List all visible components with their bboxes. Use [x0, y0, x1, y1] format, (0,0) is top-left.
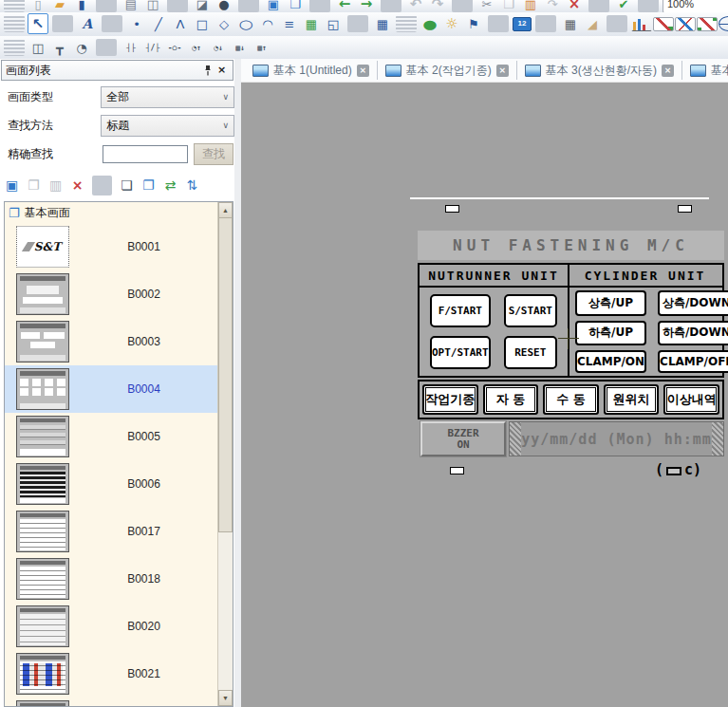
- bar-graph-tool[interactable]: [631, 17, 652, 31]
- gauge-up-icon[interactable]: ◔↑: [186, 37, 207, 58]
- open-folder-icon[interactable]: ▰: [49, 0, 70, 13]
- scrollbar-thumb[interactable]: [218, 217, 233, 532]
- document-tab[interactable]: 基本 1(Untitled) ×: [245, 61, 377, 80]
- datetime-display[interactable]: yy/mm/dd (Mon) hh:mm: [509, 421, 724, 456]
- list-scrollbar[interactable]: ▲ ▼: [217, 202, 233, 706]
- coil-icon[interactable]: -○-: [164, 37, 185, 58]
- zoom-combobox[interactable]: 100%: [663, 0, 728, 13]
- hmi-button[interactable]: S/START: [504, 294, 557, 327]
- screen-list-item[interactable]: S&T B0001: [5, 223, 218, 270]
- design-line[interactable]: [410, 197, 709, 199]
- document-tab[interactable]: 基本 2(작업기종) ×: [377, 61, 516, 80]
- nutrunner-unit-header[interactable]: NUTRUNNER UNIT: [420, 265, 568, 286]
- moving-graph-tool[interactable]: [697, 17, 718, 31]
- copy-icon[interactable]: ❐: [498, 0, 519, 13]
- new-doc-icon[interactable]: ▯: [28, 0, 48, 13]
- word-down-icon[interactable]: ▦↓: [230, 37, 251, 58]
- line-tool[interactable]: ╱: [148, 13, 169, 34]
- hmi-button[interactable]: 하측/DOWN: [658, 321, 728, 346]
- next-screen-icon[interactable]: →: [356, 0, 377, 13]
- print-preview-icon[interactable]: ◫: [142, 0, 163, 13]
- gauge-down-icon[interactable]: ◔↓: [208, 37, 229, 58]
- tab-close-icon[interactable]: ×: [496, 65, 509, 77]
- exact-search-input[interactable]: [103, 145, 188, 163]
- doc-flag-icon[interactable]: ◪: [192, 0, 213, 13]
- document-tab[interactable]: 基本 3(생산현황/자동) ×: [516, 61, 681, 80]
- hmi-mode-button[interactable]: 이상내역: [663, 384, 719, 415]
- screen-type-select[interactable]: 全部 ∨: [101, 86, 234, 108]
- line-graph-tool[interactable]: [653, 17, 674, 31]
- screen-list-item[interactable]: B0020: [5, 603, 218, 650]
- cut-icon[interactable]: ✂: [476, 0, 497, 13]
- screen-blue-icon[interactable]: ▣: [263, 0, 284, 13]
- bzzer-on-button[interactable]: BZZER ON: [420, 421, 506, 456]
- screen-list-item[interactable]: B0018: [5, 555, 218, 603]
- prev-screen-icon[interactable]: ←: [334, 0, 355, 13]
- arc-tool[interactable]: ◠: [257, 13, 278, 34]
- scroll-up-icon[interactable]: ▲: [218, 202, 233, 218]
- select-tool[interactable]: ↖: [28, 13, 48, 34]
- design-canvas[interactable]: NUT FASTENING M/C NUTRUNNER UNIT CYLINDE…: [241, 82, 728, 707]
- hmi-mode-button[interactable]: 수 동: [543, 384, 599, 415]
- screen-list-item[interactable]: B0003: [5, 318, 218, 365]
- print-icon[interactable]: ▤: [121, 0, 141, 13]
- screen-list-item[interactable]: B0006: [5, 460, 218, 508]
- target-tool[interactable]: [719, 16, 728, 31]
- date-part-tool[interactable]: 12: [513, 17, 532, 31]
- hmi-button[interactable]: OPT/START: [430, 336, 491, 369]
- save-icon[interactable]: ▮: [71, 0, 92, 13]
- button-part-tool[interactable]: ●: [416, 13, 444, 34]
- scroll-down-icon[interactable]: ▼: [218, 690, 233, 706]
- undo-icon[interactable]: ↶: [405, 0, 426, 13]
- new-screen-icon[interactable]: ▣: [2, 176, 22, 195]
- image-tool[interactable]: ▦: [301, 13, 322, 34]
- screen-list-item[interactable]: [5, 698, 218, 706]
- redo2-icon[interactable]: ↷: [542, 0, 563, 13]
- hmi-button[interactable]: CLAMP/OFF: [658, 350, 728, 373]
- hmi-button[interactable]: 상측/UP: [575, 290, 646, 316]
- ellipse-tool[interactable]: ○: [232, 13, 260, 34]
- verify-icon[interactable]: ✔: [613, 0, 634, 13]
- contact-b-icon[interactable]: ┤/├: [142, 37, 163, 58]
- design-handle[interactable]: [678, 205, 692, 213]
- polyline-tool[interactable]: Λ: [170, 13, 191, 34]
- panel-splitter[interactable]: [234, 59, 241, 707]
- paste-icon[interactable]: ▥: [520, 0, 541, 13]
- screen-list-item[interactable]: B0005: [5, 413, 218, 460]
- close-icon[interactable]: ×: [215, 64, 229, 77]
- dot-tool[interactable]: •: [126, 13, 147, 34]
- lamp-part-tool[interactable]: ☼: [441, 13, 462, 34]
- design-handle[interactable]: [450, 467, 464, 474]
- meter-part-icon[interactable]: ◔: [71, 37, 92, 58]
- scale-tool[interactable]: ≡: [279, 13, 300, 34]
- paste-screen-icon[interactable]: ▥: [46, 176, 65, 195]
- hmi-unit-table[interactable]: NUTRUNNER UNIT CYLINDER UNIT F/STARTS/ST…: [418, 263, 724, 378]
- tab-close-icon[interactable]: ×: [662, 65, 674, 77]
- screen-list-item[interactable]: B0002: [5, 270, 218, 318]
- hmi-title-plate[interactable]: NUT FASTENING M/C: [418, 231, 724, 260]
- preview-monitor-icon[interactable]: ❏: [117, 176, 137, 195]
- contact-a-icon[interactable]: ┤├: [121, 37, 141, 58]
- pin-icon[interactable]: [200, 64, 215, 77]
- screen-transfer-icon[interactable]: ⇄: [160, 176, 180, 195]
- document-tab[interactable]: 基本 5( ×: [681, 61, 728, 80]
- text-tool[interactable]: A: [77, 13, 98, 34]
- word-up-icon[interactable]: ▦↑: [252, 37, 272, 58]
- globe-icon[interactable]: ●: [214, 0, 234, 13]
- hmi-button[interactable]: CLAMP/ON: [575, 350, 646, 373]
- trend-graph-tool[interactable]: [675, 17, 696, 31]
- copyright-mark[interactable]: ( c): [655, 461, 712, 478]
- screen-list-item[interactable]: B0021: [5, 650, 218, 698]
- ruler-part-icon[interactable]: ◫: [28, 37, 48, 58]
- hmi-mode-button[interactable]: 작업기종: [422, 384, 478, 415]
- tab-close-icon[interactable]: ×: [357, 65, 369, 77]
- delete-screen-icon[interactable]: ×: [67, 176, 87, 195]
- delete-icon[interactable]: ×: [564, 0, 585, 13]
- rect-tool[interactable]: □: [192, 13, 213, 34]
- import-image-tool[interactable]: ◱: [323, 13, 344, 34]
- hmi-mode-button[interactable]: 자 동: [483, 384, 539, 415]
- search-button[interactable]: 查找: [194, 143, 233, 165]
- word-lamp-tool[interactable]: ⚑: [463, 13, 484, 34]
- copy-screen-icon[interactable]: ❐: [24, 176, 44, 195]
- eraser-tool[interactable]: ◢: [582, 13, 603, 34]
